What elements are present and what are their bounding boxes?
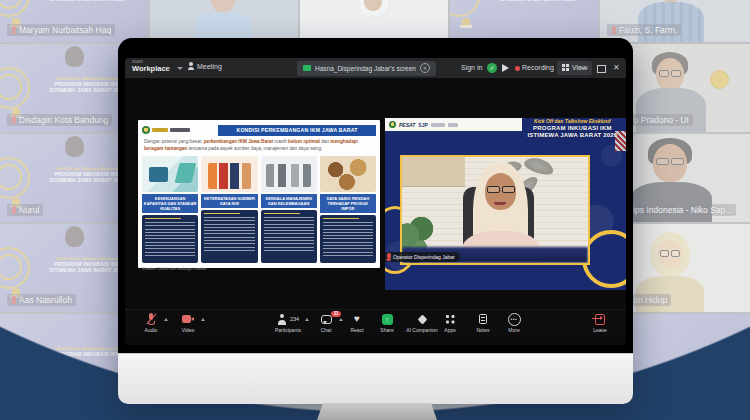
monitor-screen: zoom Workplace Meeting Hasna_Disperindag…: [118, 38, 633, 353]
card-body-text: [142, 215, 198, 263]
card-illustration: [142, 156, 198, 192]
logo-mark: [170, 128, 190, 132]
shared-slide: KONDISI PERKEMBANGAN IKM JAWA BARAT Deng…: [138, 120, 380, 268]
close-button[interactable]: ✕: [613, 63, 620, 72]
sjp-logo: SJP: [418, 122, 427, 128]
close-tab-icon[interactable]: ✕: [420, 63, 430, 73]
video-button[interactable]: Video: [165, 313, 211, 333]
card-title: KESENJANGAN KAPASITAS DAN STANDAR KUALIT…: [142, 194, 198, 213]
screen-share-icon: [303, 65, 311, 71]
logo-mark: [152, 128, 168, 132]
tab-meeting[interactable]: Meeting: [187, 62, 222, 70]
maximize-button[interactable]: [597, 65, 606, 74]
event-title-block: Kick Off dan Talkshow Eksklusif PROGRAM …: [522, 119, 623, 139]
chat-icon: [321, 315, 332, 324]
ai-companion-icon: [417, 314, 427, 324]
leave-button[interactable]: Leave: [577, 313, 623, 333]
slide-card: KETERBATASAN SUMBER DAYA IKM: [201, 156, 257, 263]
sign-in-button[interactable]: Sign in: [461, 64, 482, 71]
slide-card: DAYA SAING RENDAH TERHADAP PRODUK IMPOR: [320, 156, 376, 263]
more-button[interactable]: ••• More: [491, 313, 537, 333]
camera-off-icon: [182, 315, 194, 323]
speaker-glasses: [487, 186, 515, 193]
leave-icon: [595, 314, 605, 325]
view-grid-icon: [562, 64, 569, 71]
jabar-crest-logo: [389, 121, 396, 128]
minimize-button[interactable]: —: [580, 63, 588, 72]
card-title: KENDALA MANAJEMEN DAN KELEMBAGAAN: [261, 194, 317, 208]
apps-icon: [446, 315, 455, 324]
more-icon: •••: [508, 313, 521, 326]
monitor-chin: [118, 353, 633, 404]
zoom-toolbar: Audio Video 234 Participants 11 Chat: [125, 309, 626, 338]
card-body-text: [261, 210, 317, 263]
mic-muted-icon: [147, 313, 156, 325]
card-illustration: [320, 156, 376, 192]
event-logo-strip: PESAT SJP: [385, 118, 522, 131]
slide-card: KENDALA MANAJEMEN DAN KELEMBAGAAN: [261, 156, 317, 263]
recording-label: Recording: [522, 64, 554, 71]
participants-count: 234: [290, 316, 299, 322]
slide-intro-text: Dengan potensi yang besar, perkembangan …: [144, 139, 374, 152]
card-body-text: [320, 215, 376, 263]
jabar-crest-logo: [142, 126, 150, 134]
participants-icon: [277, 314, 288, 325]
monitor: zoom Workplace Meeting Hasna_Disperindag…: [118, 38, 633, 403]
chevron-down-icon[interactable]: [177, 67, 183, 70]
zoom-titlebar: zoom Workplace Meeting Hasna_Disperindag…: [125, 58, 626, 78]
card-title: KETERBATASAN SUMBER DAYA IKM: [201, 194, 257, 208]
card-illustration: [261, 156, 317, 192]
share-screen-icon: ↑: [382, 314, 393, 325]
chevron-up-icon[interactable]: [201, 318, 205, 321]
tab-shared-screen[interactable]: Hasna_Disperindag Jabar's screen ✕: [297, 61, 436, 76]
mic-icon: [386, 253, 391, 261]
recording-dot-icon: [515, 66, 520, 71]
logo-mark: [448, 123, 458, 127]
source-note: Sumber: Diolah dari berbagai sumber: [142, 266, 376, 271]
notes-icon: [479, 314, 487, 324]
zoom-window: zoom Workplace Meeting Hasna_Disperindag…: [125, 58, 626, 345]
speaker-name-label: Operator Disperindag Jabar: [385, 252, 460, 262]
speaker-video-tile: PESAT SJP Kick Off dan Talkshow Eksklusi…: [385, 118, 626, 290]
speaker-camera-feed: [400, 155, 590, 265]
speaker-smile: [494, 202, 506, 205]
slide-logos: [142, 126, 190, 134]
security-shield-icon[interactable]: ✓: [487, 63, 497, 73]
logo-mark: [431, 123, 445, 127]
slide-card: KESENJANGAN KAPASITAS DAN STANDAR KUALIT…: [142, 156, 198, 263]
card-illustration: [201, 156, 257, 192]
meeting-icon: [187, 62, 194, 70]
slide-title: KONDISI PERKEMBANGAN IKM JAWA BARAT: [218, 125, 376, 136]
card-title: DAYA SAING RENDAH TERHADAP PRODUK IMPOR: [320, 194, 376, 213]
card-body-text: [201, 210, 257, 263]
zoom-workplace-logo: zoom Workplace: [132, 60, 170, 72]
screenshot-canvas: Kick Off dan Talkshow EksklusifPROGRAM I…: [0, 0, 750, 420]
pesat-logo: PESAT: [399, 122, 415, 128]
office-cabinet: [402, 157, 465, 187]
megaphone-icon[interactable]: [502, 64, 513, 72]
monitor-stand: [317, 403, 437, 420]
heart-icon: ♥: [354, 314, 360, 324]
